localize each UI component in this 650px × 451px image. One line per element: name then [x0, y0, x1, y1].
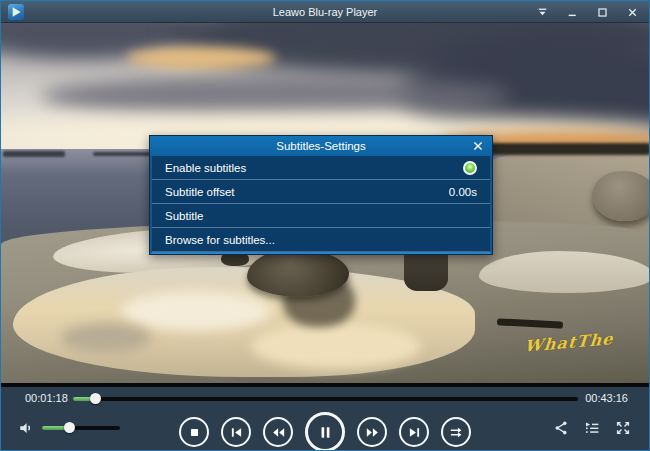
play-order-button[interactable]: [441, 417, 471, 447]
row-subtitle-offset[interactable]: Subtitle offset 0.00s: [152, 180, 490, 204]
minimize-icon[interactable]: [566, 6, 579, 19]
row-label: Subtitle offset: [165, 186, 234, 198]
dialog-body: Enable subtitles Subtitle offset 0.00s S…: [150, 156, 492, 254]
control-bar: 00:01:18 00:43:16: [1, 387, 649, 450]
shore-shadow: [61, 323, 151, 353]
progress-handle[interactable]: [90, 393, 101, 404]
row-browse-subtitles[interactable]: Browse for subtitles...: [152, 228, 490, 252]
volume-slider[interactable]: [42, 426, 120, 430]
rock: [404, 249, 448, 291]
dialog-title: Subtitles-Settings: [150, 136, 492, 156]
dialog-close-icon[interactable]: [472, 140, 484, 152]
stop-button[interactable]: [179, 417, 209, 447]
fast-forward-button[interactable]: [357, 417, 387, 447]
radio-on-icon[interactable]: [463, 161, 477, 175]
transport-controls: [179, 412, 471, 451]
current-time: 00:01:18: [25, 392, 68, 404]
previous-button[interactable]: [221, 417, 251, 447]
playlist-icon[interactable]: [583, 419, 601, 437]
dialog-header[interactable]: Subtitles-Settings: [150, 136, 492, 156]
progress-bar[interactable]: [73, 397, 578, 401]
close-icon[interactable]: [626, 6, 639, 19]
fullscreen-icon[interactable]: [614, 419, 632, 437]
cloud: [41, 75, 511, 117]
row-label: Subtitle: [165, 210, 203, 222]
cloud-reflection: [121, 291, 271, 331]
boulder: [247, 249, 349, 297]
volume-icon[interactable]: [18, 419, 36, 436]
volume-handle[interactable]: [64, 422, 75, 433]
next-button[interactable]: [399, 417, 429, 447]
right-controls: [552, 419, 632, 437]
share-icon[interactable]: [552, 419, 570, 437]
boulder: [593, 171, 649, 221]
titlebar: Leawo Blu-ray Player: [1, 1, 649, 23]
total-time: 00:43:16: [585, 392, 628, 404]
pause-button[interactable]: [305, 412, 345, 451]
row-value: 0.00s: [449, 186, 477, 198]
row-label: Browse for subtitles...: [165, 234, 275, 246]
row-subtitle[interactable]: Subtitle: [152, 204, 490, 228]
cloud-reflection: [251, 323, 421, 369]
row-label: Enable subtitles: [165, 162, 246, 174]
cloud-sunlit: [126, 47, 276, 69]
row-enable-subtitles[interactable]: Enable subtitles: [152, 156, 490, 180]
subtitles-settings-dialog: Subtitles-Settings Enable subtitles Subt…: [149, 135, 493, 255]
maximize-icon[interactable]: [596, 6, 609, 19]
menu-icon[interactable]: [536, 6, 549, 19]
app-window: Leawo Blu-ray Player: [0, 0, 650, 451]
video-frame[interactable]: WhatThe Subtitles-Settings Enable subtit…: [1, 23, 649, 389]
window-controls: [536, 1, 639, 23]
island-silhouette: [3, 151, 65, 157]
rewind-button[interactable]: [263, 417, 293, 447]
tide-pool: [479, 251, 649, 293]
